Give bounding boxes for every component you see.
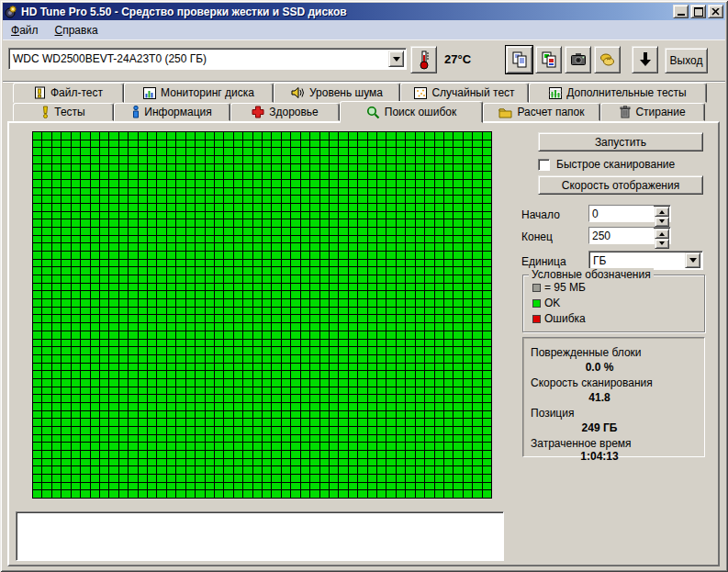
spin-up-button[interactable] (655, 229, 669, 239)
scan-block (100, 140, 108, 148)
scan-block (406, 411, 414, 419)
legend-title: Условные обозначения (529, 268, 654, 281)
scan-block (483, 435, 491, 443)
menu-help[interactable]: Справка (47, 21, 106, 39)
scan-block (320, 252, 329, 259)
scan-block (386, 196, 395, 203)
scan-block (301, 411, 309, 419)
scan-block (91, 340, 99, 347)
scan-block (320, 291, 329, 298)
maximize-button[interactable] (690, 5, 706, 18)
legend-item-block-size: = 95 МБ (532, 281, 704, 294)
scan-block (483, 299, 491, 307)
scan-block (397, 395, 405, 402)
scan-block (253, 156, 262, 163)
scan-block (310, 156, 319, 163)
scan-block (119, 340, 128, 347)
screenshot-button[interactable] (565, 46, 591, 73)
tab-file-test[interactable]: Файл-тест (13, 83, 124, 103)
tab-extra-tests[interactable]: Дополнительные тесты (529, 83, 707, 103)
scan-block (176, 323, 185, 331)
tab-random-test[interactable]: Случайный тест (400, 83, 529, 103)
scan-block (416, 243, 424, 251)
start-input[interactable] (589, 206, 654, 221)
tab-noise-level[interactable]: Уровень шума (274, 83, 400, 103)
copy-image-button[interactable] (535, 46, 562, 73)
scan-block (272, 459, 280, 466)
scan-block (349, 140, 357, 148)
scan-block (301, 435, 309, 443)
scan-block (148, 275, 156, 283)
scan-block (416, 379, 424, 387)
scan-block (320, 315, 329, 322)
tab-information[interactable]: Информация (114, 103, 230, 121)
start-button[interactable]: Запустить (538, 132, 703, 151)
drive-select-dropdown-button[interactable] (388, 50, 404, 67)
scan-block (339, 188, 347, 196)
scan-block (444, 291, 453, 298)
scan-block (272, 132, 280, 140)
donate-button[interactable] (594, 46, 621, 73)
scan-block (368, 411, 376, 419)
scan-block (224, 180, 232, 187)
minimize-button[interactable] (673, 5, 689, 18)
scan-block (454, 291, 462, 298)
scan-block (33, 212, 41, 219)
scan-block (91, 267, 99, 275)
scan-log-box[interactable] (16, 511, 504, 561)
scan-block (119, 403, 128, 410)
scan-block (386, 466, 395, 474)
exit-button[interactable]: Выход (665, 48, 708, 73)
end-input[interactable] (589, 228, 654, 243)
scan-block (464, 475, 472, 482)
scan-block (157, 483, 165, 490)
temperature-button[interactable] (410, 46, 437, 73)
spin-up-button[interactable] (655, 207, 669, 217)
drive-select[interactable]: WDC WD2500BEVT-24A23T0 (250 ГБ) (8, 48, 407, 70)
spin-down-button[interactable] (655, 217, 669, 227)
scan-block (52, 364, 61, 371)
copy-text-button[interactable] (506, 46, 532, 73)
scan-block (263, 252, 271, 259)
scan-block (263, 371, 271, 378)
scan-block (62, 260, 70, 267)
close-button[interactable] (708, 5, 723, 18)
scan-block (397, 164, 405, 172)
scan-block (272, 387, 280, 395)
tab-error-scan[interactable]: Поиск ошибок (340, 101, 483, 123)
scan-block (416, 291, 424, 298)
scan-block (291, 132, 299, 140)
scan-block (464, 379, 472, 387)
tab-tests[interactable]: Тесты (13, 103, 114, 121)
scan-block (444, 490, 453, 498)
unit-select-dropdown-button[interactable] (685, 252, 700, 268)
scan-block (368, 490, 376, 498)
tab-disk-monitor[interactable]: Мониторинг диска (124, 83, 274, 103)
scan-block (62, 347, 70, 354)
scan-block (368, 459, 376, 466)
scan-block (349, 156, 357, 163)
scan-block (206, 364, 214, 371)
scan-block (282, 323, 290, 331)
scan-block (72, 395, 80, 402)
scan-block (386, 340, 395, 347)
speed-map-button[interactable]: Скорость отображения (538, 175, 703, 195)
scan-block (282, 466, 290, 474)
scan-block (206, 387, 214, 395)
tab-health[interactable]: Здоровье (230, 103, 340, 121)
tab-folder-usage[interactable]: Расчет папок (483, 103, 600, 121)
spin-down-button[interactable] (655, 239, 669, 249)
scan-block (272, 275, 280, 283)
scan-block (386, 275, 395, 283)
scroll-down-button[interactable] (632, 46, 658, 73)
menu-file[interactable]: Файл (3, 21, 47, 39)
quick-scan-checkbox[interactable] (538, 159, 550, 171)
scan-block (386, 156, 395, 163)
tab-erase[interactable]: Стирание (600, 103, 705, 121)
scan-block (282, 340, 290, 347)
scan-block (139, 387, 147, 395)
scan-block (33, 435, 41, 443)
scan-block (397, 172, 405, 179)
unit-select[interactable]: ГБ (588, 251, 703, 270)
scan-block (52, 219, 61, 227)
